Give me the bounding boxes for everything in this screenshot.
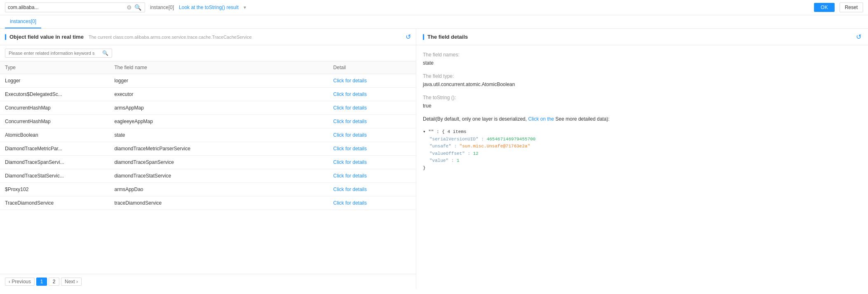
next-page-button[interactable]: Next › bbox=[61, 278, 82, 286]
cell-type: $Proxy102 bbox=[0, 183, 110, 196]
json-key-1: "unsafe" : bbox=[429, 144, 460, 149]
detail-link-7[interactable]: Click for details bbox=[333, 173, 367, 179]
right-panel-header: The field details ↺ bbox=[416, 29, 868, 45]
main-content: Object field value in real time The curr… bbox=[0, 29, 868, 289]
url-search-button[interactable]: 🔍 bbox=[134, 4, 142, 11]
field-type-section: The field type: java.util.concurrent.ato… bbox=[423, 73, 861, 88]
json-tree: ▾ "" : { 4 items "serialVersionUID" : 46… bbox=[423, 128, 861, 172]
json-items-container: "serialVersionUID" : 465467146979455700"… bbox=[429, 136, 861, 165]
search-icon[interactable]: 🔍 bbox=[102, 50, 108, 56]
reset-button[interactable]: Reset bbox=[840, 2, 863, 12]
json-val-0: 465467146979455700 bbox=[487, 137, 536, 142]
table-row: DiamondTraceStatServic...diamondTraceSta… bbox=[0, 169, 416, 183]
cell-detail: Click for details bbox=[328, 101, 416, 115]
json-closing-brace: } bbox=[423, 165, 861, 172]
cell-field-name: armsAppMap bbox=[110, 101, 328, 115]
tostring-section: The toString (): true bbox=[423, 95, 861, 110]
cell-detail: Click for details bbox=[328, 142, 416, 156]
json-val-1: "sun.misc.Unsafe@71763e2a" bbox=[460, 144, 530, 149]
cell-detail: Click for details bbox=[328, 183, 416, 196]
table-row: Executors$DelegatedSc...executorClick fo… bbox=[0, 88, 416, 101]
left-panel-header: Object field value in real time The curr… bbox=[0, 29, 416, 45]
detail-link-4[interactable]: Click for details bbox=[333, 132, 367, 138]
top-bar: ⚙ 🔍 instance[0] Look at the toString() r… bbox=[0, 0, 868, 15]
next-arrow-icon: › bbox=[76, 279, 78, 285]
cell-detail: Click for details bbox=[328, 156, 416, 169]
right-panel-refresh-button[interactable]: ↺ bbox=[856, 33, 861, 41]
table-row: TraceDiamondServicetraceDiamondServiceCl… bbox=[0, 196, 416, 210]
detail-link-6[interactable]: Click for details bbox=[333, 159, 367, 165]
prev-page-button[interactable]: ‹ Previous bbox=[5, 278, 35, 286]
detail-link-8[interactable]: Click for details bbox=[333, 187, 367, 192]
cell-type: ConcurrentHashMap bbox=[0, 115, 110, 128]
table-wrap: Type The field name Detail LoggerloggerC… bbox=[0, 61, 416, 274]
cell-type: AtomicBoolean bbox=[0, 128, 110, 142]
json-items-count: 4 items bbox=[447, 129, 466, 134]
detail-desc: Detail(By default, only one layer is des… bbox=[423, 116, 527, 122]
table-row: DiamondTraceSpanServi...diamondTraceSpan… bbox=[0, 156, 416, 169]
search-bar: 🔍 bbox=[0, 45, 416, 61]
page-2-button[interactable]: 2 bbox=[49, 278, 59, 286]
cell-detail: Click for details bbox=[328, 88, 416, 101]
instance-label: instance[0] bbox=[150, 5, 174, 10]
search-input-wrap: 🔍 bbox=[5, 49, 112, 58]
fields-table: Type The field name Detail LoggerloggerC… bbox=[0, 61, 416, 210]
prev-label: Previous bbox=[12, 279, 31, 285]
table-row: $Proxy102armsAppDaoClick for details bbox=[0, 183, 416, 196]
table-row: LoggerloggerClick for details bbox=[0, 74, 416, 88]
cell-field-name: eagleeyeAppMap bbox=[110, 115, 328, 128]
tab-instances0[interactable]: instances[0] bbox=[5, 15, 41, 28]
detail-link-5[interactable]: Click for details bbox=[333, 146, 367, 152]
json-key-0: "serialVersionUID" : bbox=[429, 137, 487, 142]
cell-type: TraceDiamondService bbox=[0, 196, 110, 210]
right-panel: The field details ↺ The field names: sta… bbox=[416, 29, 868, 289]
cell-field-name: armsAppDao bbox=[110, 183, 328, 196]
col-header-name: The field name bbox=[110, 61, 328, 74]
field-type-label: The field type: bbox=[423, 73, 861, 79]
cell-field-name: diamondTraceStatService bbox=[110, 169, 328, 183]
detail-inline-link[interactable]: Click on the bbox=[528, 116, 554, 122]
gear-icon[interactable]: ⚙ bbox=[127, 4, 132, 11]
tostring-value: true bbox=[423, 102, 861, 110]
detail-link-1[interactable]: Click for details bbox=[333, 91, 367, 97]
cell-type: ConcurrentHashMap bbox=[0, 101, 110, 115]
url-input[interactable] bbox=[8, 5, 125, 10]
json-root-key: "" : { bbox=[428, 129, 447, 134]
tab-strip: instances[0] bbox=[0, 15, 868, 29]
ok-button[interactable]: OK bbox=[814, 3, 834, 12]
json-item-0: "serialVersionUID" : 465467146979455700 bbox=[429, 136, 861, 143]
detail-link-0[interactable]: Click for details bbox=[333, 78, 367, 84]
cell-type: DiamondTraceStatServic... bbox=[0, 169, 110, 183]
json-item-2: "valueOffset" : 12 bbox=[429, 150, 861, 158]
cell-field-name: diamondTraceMetricParserService bbox=[110, 142, 328, 156]
right-panel-title: The field details bbox=[427, 34, 468, 40]
cell-field-name: executor bbox=[110, 88, 328, 101]
detail-link-2[interactable]: Click for details bbox=[333, 105, 367, 111]
field-names-label: The field names: bbox=[423, 52, 861, 58]
tostring-link[interactable]: Look at the toString() result bbox=[179, 5, 239, 10]
json-root-row: ▾ "" : { 4 items bbox=[423, 128, 861, 136]
dropdown-arrow-icon[interactable]: ▾ bbox=[244, 5, 246, 10]
tostring-label: The toString (): bbox=[423, 95, 861, 100]
json-val-2: 12 bbox=[473, 151, 479, 156]
table-row: ConcurrentHashMapeagleeyeAppMapClick for… bbox=[0, 115, 416, 128]
header-bar-decoration bbox=[5, 34, 6, 40]
detail-link-3[interactable]: Click for details bbox=[333, 119, 367, 124]
page-1-button[interactable]: 1 bbox=[36, 278, 47, 286]
field-names-value: state bbox=[423, 59, 861, 67]
cell-detail: Click for details bbox=[328, 169, 416, 183]
left-panel: Object field value in real time The curr… bbox=[0, 29, 416, 289]
field-type-value: java.util.concurrent.atomic.AtomicBoolea… bbox=[423, 81, 861, 88]
col-header-type: Type bbox=[0, 61, 110, 74]
cell-detail: Click for details bbox=[328, 115, 416, 128]
cell-type: DiamondTraceSpanServi... bbox=[0, 156, 110, 169]
table-row: AtomicBooleanstateClick for details bbox=[0, 128, 416, 142]
next-label: Next bbox=[65, 279, 75, 285]
cell-type: DiamondTraceMetricPar... bbox=[0, 142, 110, 156]
detail-link-9[interactable]: Click for details bbox=[333, 200, 367, 206]
cell-field-name: state bbox=[110, 128, 328, 142]
json-collapse-arrow[interactable]: ▾ bbox=[423, 129, 426, 134]
left-panel-refresh-button[interactable]: ↺ bbox=[406, 33, 411, 41]
search-input[interactable] bbox=[9, 51, 101, 56]
prev-arrow-icon: ‹ bbox=[9, 279, 10, 285]
